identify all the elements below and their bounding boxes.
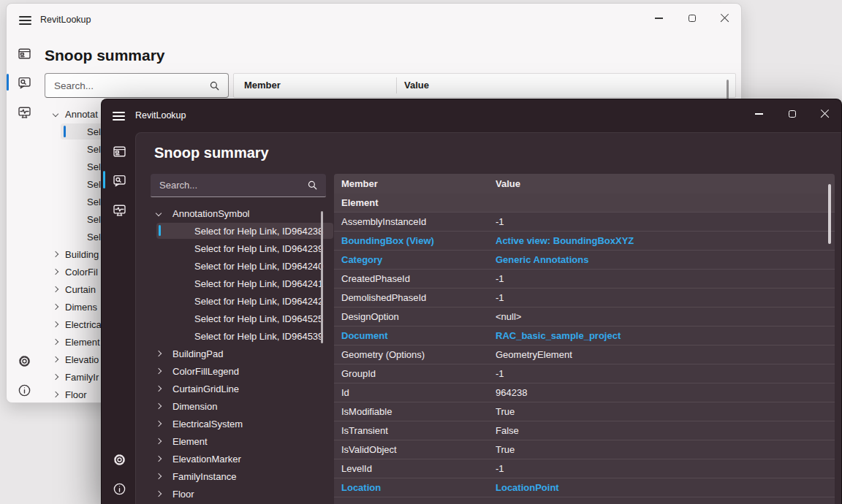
member-cell: IsValidObject	[334, 444, 496, 455]
settings-button[interactable]	[13, 350, 35, 372]
nav-snoop-button[interactable]	[108, 169, 130, 191]
events-monitor-icon	[113, 203, 126, 217]
maximize-button[interactable]	[775, 99, 808, 129]
hamburger-menu-icon[interactable]	[113, 112, 125, 121]
tree-item[interactable]: Select for Help Link, ID964242	[151, 292, 323, 310]
value-cell: -1	[496, 463, 835, 474]
table-row[interactable]: Document RAC_basic_sample_project	[334, 327, 835, 345]
chevron-icon	[156, 403, 162, 409]
tree-item[interactable]: Dimension	[151, 397, 323, 415]
table-row[interactable]: IsTransient False	[334, 421, 835, 440]
chevron-icon	[53, 111, 58, 117]
value-column-header[interactable]: Value	[404, 74, 429, 97]
grid-scrollbar[interactable]	[727, 80, 729, 100]
tree-item[interactable]: BuildingPad	[151, 345, 323, 362]
chevron-icon	[53, 321, 58, 327]
tree-item-label: Select for Help Link, ID964240	[194, 261, 323, 272]
nav-snoop-button[interactable]	[13, 72, 35, 93]
search-icon	[307, 180, 318, 191]
tree-item[interactable]: AnnotationSymbol	[151, 205, 323, 222]
table-row[interactable]: GroupId -1	[334, 364, 835, 383]
member-column-header[interactable]: Member	[244, 74, 281, 97]
tree-item[interactable]: Select for Help Link, ID964240	[151, 257, 323, 275]
close-icon	[820, 110, 830, 119]
table-row[interactable]: CreatedPhaseId -1	[334, 270, 835, 289]
window-title: RevitLookup	[40, 4, 91, 36]
tree-item-label: Select for Help Link, ID964238	[194, 226, 323, 237]
table-row[interactable]: DemolishedPhaseId -1	[334, 289, 835, 308]
tree-item-label: ElectricalSystem	[172, 419, 243, 429]
about-button[interactable]	[108, 478, 130, 500]
tree-item[interactable]: Select for Help Link, ID964239	[151, 240, 323, 257]
nav-events-button[interactable]	[108, 199, 130, 221]
tree-item-label: ColorFil	[65, 267, 98, 278]
table-row[interactable]: LevelId -1	[334, 459, 835, 478]
minimize-button[interactable]	[743, 99, 775, 129]
tree-item-label: Select for Help Link, ID964242	[194, 296, 323, 307]
table-row[interactable]: IsModifiable True	[334, 402, 835, 421]
search-input[interactable]: Search...	[45, 73, 229, 98]
tree-item-label: CurtainGridLine	[172, 383, 239, 394]
tree-item[interactable]: Select for Help Link, ID964539	[151, 327, 323, 345]
grid-header: Member Value	[233, 73, 736, 98]
value-cell: -1	[496, 273, 835, 284]
minimize-icon	[655, 18, 663, 18]
member-cell: IsTransient	[334, 425, 496, 436]
search-input[interactable]: Search...	[151, 174, 326, 197]
member-cell: DemolishedPhaseId	[334, 292, 496, 303]
tree-item-label: Electrica	[65, 319, 102, 330]
tree-item[interactable]: Select for Help Link, ID964238	[151, 222, 323, 240]
search-icon	[209, 80, 220, 91]
tree-item[interactable]: FamilyInstance	[151, 467, 323, 485]
minimize-button[interactable]	[642, 4, 675, 33]
tree-item[interactable]: ElevationMarker	[151, 450, 323, 467]
tree-item[interactable]: Element	[151, 432, 323, 450]
nav-events-button[interactable]	[13, 101, 35, 123]
member-cell: Id	[334, 387, 496, 398]
table-row[interactable]: BoundingBox (View) Active view: Bounding…	[334, 232, 835, 251]
tree-item-label: Building	[65, 249, 99, 260]
tree-item-label: Dimens	[65, 302, 97, 313]
chevron-icon	[156, 473, 162, 479]
chevron-icon	[156, 210, 162, 216]
tree-item-label: Select for Help Link, ID964241	[194, 278, 323, 289]
about-button[interactable]	[13, 379, 35, 401]
chevron-icon	[156, 456, 162, 462]
nav-dashboard-button[interactable]	[108, 140, 130, 162]
member-cell: Geometry (Options)	[334, 349, 496, 360]
settings-gear-icon	[18, 354, 31, 368]
member-column-header[interactable]: Member	[334, 178, 496, 189]
value-cell: Active view: BoundingBoxXYZ	[496, 235, 835, 246]
tree-scrollbar[interactable]	[321, 211, 323, 343]
tree-item[interactable]: CurtainGridLine	[151, 380, 323, 397]
table-row[interactable]: IsValidObject True	[334, 440, 835, 459]
settings-button[interactable]	[108, 448, 130, 470]
tree-item-label: AnnotationSymbol	[172, 208, 250, 219]
value-column-header[interactable]: Value	[496, 178, 835, 189]
tree-item-label: Select for Help Link, ID964239	[194, 243, 323, 254]
table-row[interactable]: AssemblyInstanceId -1	[334, 213, 835, 232]
grid-scrollbar[interactable]	[828, 184, 831, 244]
close-button[interactable]	[808, 99, 841, 129]
tree-item[interactable]: ElectricalSystem	[151, 415, 323, 432]
hamburger-menu-icon[interactable]	[19, 16, 31, 25]
table-row[interactable]: Category Generic Annotations	[334, 251, 835, 270]
chevron-icon	[156, 421, 162, 427]
tree-item-label: Floor	[65, 389, 87, 400]
table-row[interactable]: Element	[334, 194, 835, 213]
nav-dashboard-button[interactable]	[13, 42, 35, 64]
snoop-tree: AnnotationSymbol Select for Help Link, I…	[151, 205, 323, 503]
tree-item[interactable]: Select for Help Link, ID964525	[151, 310, 323, 327]
snoop-icon	[18, 76, 31, 90]
tree-item[interactable]: Floor	[151, 485, 323, 503]
table-row[interactable]: Location LocationPoint	[334, 478, 835, 497]
table-row[interactable]: Id 964238	[334, 383, 835, 402]
close-button[interactable]	[708, 4, 741, 33]
maximize-button[interactable]	[675, 4, 708, 33]
tree-item[interactable]: Select for Help Link, ID964241	[151, 275, 323, 292]
tree-item[interactable]: ColorFillLegend	[151, 362, 323, 380]
titlebar[interactable]: RevitLookup	[7, 4, 741, 36]
tree-item-label: FamilyInstance	[172, 471, 236, 482]
table-row[interactable]: Geometry (Options) GeometryElement	[334, 345, 835, 364]
table-row[interactable]: DesignOption <null>	[334, 308, 835, 327]
